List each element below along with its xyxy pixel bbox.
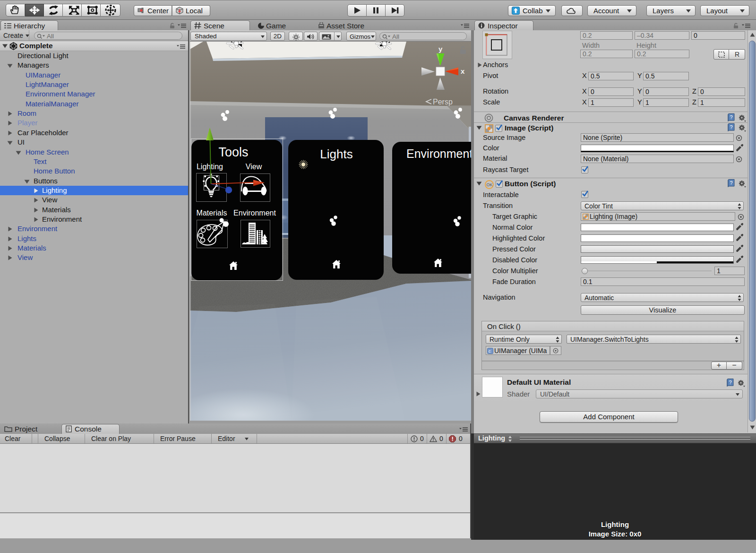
svg-text:OK: OK — [487, 182, 493, 187]
svg-text:x: x — [461, 67, 465, 75]
svg-text:?: ? — [730, 114, 733, 120]
svg-text:Persp: Persp — [433, 98, 453, 106]
svg-text:Tools: Tools — [218, 145, 248, 159]
svg-text:Environment: Environment — [406, 147, 471, 160]
svg-text:View: View — [246, 163, 262, 171]
svg-text:?: ? — [730, 124, 733, 130]
svg-text:Lights: Lights — [320, 147, 352, 161]
svg-text:?: ? — [729, 380, 732, 385]
svg-text:y: y — [438, 45, 443, 53]
svg-text:c: c — [489, 349, 491, 354]
svg-text:Lighting: Lighting — [197, 163, 223, 171]
svg-text:Environment: Environment — [233, 209, 276, 217]
svg-text:?: ? — [730, 180, 733, 186]
svg-text:Materials: Materials — [197, 209, 227, 217]
